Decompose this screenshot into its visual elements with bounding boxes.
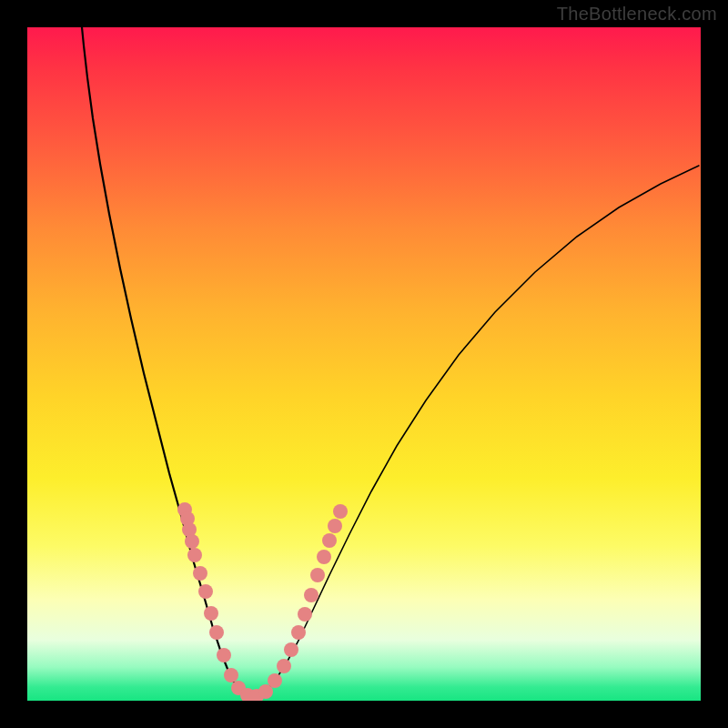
data-dot (291, 625, 306, 640)
data-dot (217, 648, 231, 662)
left-curve (82, 27, 251, 698)
data-dot (328, 519, 342, 533)
data-dot (277, 659, 291, 673)
data-dot (304, 588, 318, 602)
data-dot (298, 607, 312, 622)
data-dot (198, 584, 213, 599)
data-dot (333, 504, 348, 519)
data-dot (193, 566, 207, 581)
data-dot (317, 550, 331, 564)
data-dot (204, 606, 218, 621)
data-dot (209, 625, 224, 640)
data-dot (187, 548, 202, 562)
watermark-text: TheBottleneck.com (557, 4, 717, 25)
data-dot (224, 668, 238, 682)
right-curve (251, 166, 699, 698)
chart-container: TheBottleneck.com (0, 0, 728, 728)
data-dot (284, 642, 298, 657)
data-dot (322, 533, 337, 548)
data-dot (310, 568, 325, 582)
data-dot (185, 534, 199, 549)
plot-area (27, 27, 701, 701)
data-dots (177, 502, 348, 701)
curve-svg (27, 27, 701, 701)
data-dot (268, 673, 282, 688)
